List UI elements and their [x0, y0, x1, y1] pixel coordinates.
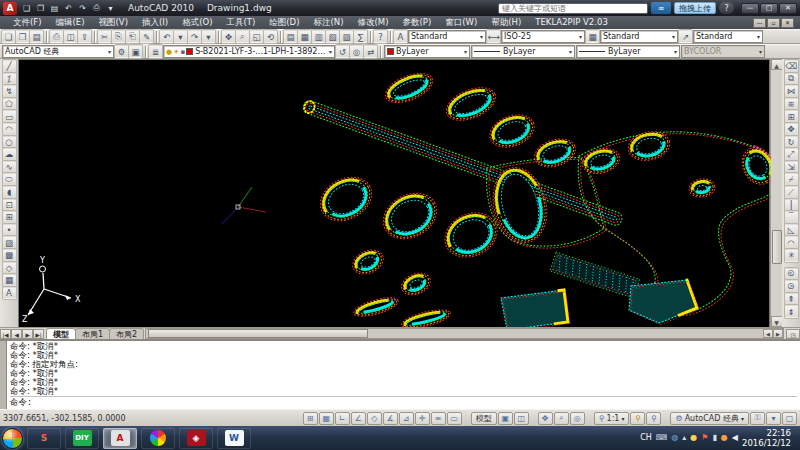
- cad-drawing[interactable]: YXZ: [19, 60, 771, 328]
- workspace-switcher-button[interactable]: ⚙ AutoCAD 经典 ▾: [670, 412, 749, 425]
- scroll-down-icon[interactable]: ▼: [771, 316, 783, 327]
- quickview-drawings-icon[interactable]: ◫: [514, 412, 529, 425]
- zoom-realtime-icon[interactable]: ⌕: [236, 30, 249, 43]
- xline-icon[interactable]: ⁒: [3, 73, 16, 86]
- otrack-toggle[interactable]: ∡: [383, 412, 398, 425]
- qnew-icon[interactable]: ❏: [2, 30, 15, 43]
- tray-lang-indicator[interactable]: CH: [640, 434, 652, 442]
- tray-help-icon[interactable]: ◍: [671, 434, 678, 442]
- menu-item-4[interactable]: 格式(O): [175, 17, 219, 29]
- scroll-up-icon[interactable]: ▲: [771, 59, 783, 70]
- chamfer-icon[interactable]: ◺: [785, 224, 798, 237]
- autocad-logo-icon[interactable]: A: [3, 2, 17, 15]
- tab-布局2[interactable]: 布局2: [109, 328, 144, 339]
- polyline-icon[interactable]: ↯: [3, 85, 16, 98]
- polygon-icon[interactable]: ⬠: [3, 98, 16, 111]
- mleader-style-dropdown[interactable]: Standard: [693, 30, 763, 43]
- open-icon[interactable]: ❐: [34, 2, 47, 14]
- undo-caret-icon[interactable]: ▾: [174, 30, 187, 43]
- zoom-previous-icon[interactable]: ⟲: [264, 30, 277, 43]
- doc-minimize-button[interactable]: —: [753, 18, 766, 28]
- ellipse-icon[interactable]: ⬭: [3, 173, 16, 186]
- publish-icon[interactable]: ⇪: [78, 30, 91, 43]
- lwt-toggle[interactable]: ≡: [431, 412, 446, 425]
- annotation-corner-icon[interactable]: ◳: [786, 329, 800, 339]
- taskbar-app-ivms[interactable]: ◈: [179, 428, 213, 449]
- taskbar-app-autocad[interactable]: A: [103, 428, 137, 449]
- trim-icon[interactable]: ⌿: [785, 173, 798, 186]
- menu-item-6[interactable]: 绘图(D): [262, 17, 306, 29]
- copy-clip-icon[interactable]: ⎘: [112, 30, 125, 43]
- tab-prev-icon[interactable]: ◀: [11, 329, 22, 339]
- tab-last-icon[interactable]: ▶|: [33, 329, 44, 339]
- draworder-back-icon[interactable]: ⧁: [785, 280, 798, 293]
- horizontal-scrollbar[interactable]: ◀ ▶: [145, 328, 784, 339]
- text-style-icon[interactable]: A: [394, 30, 407, 43]
- arc-icon[interactable]: ◠: [3, 123, 16, 136]
- taskbar-app-word[interactable]: W: [217, 428, 251, 449]
- zoom-icon[interactable]: ⌕: [554, 412, 569, 425]
- annotation-autoscale-icon[interactable]: ⚲: [646, 412, 661, 425]
- menu-item-12[interactable]: TEKLA2PIP V2.03: [528, 17, 615, 29]
- scroll-right-icon[interactable]: ▶: [773, 329, 783, 338]
- move-icon[interactable]: ✥: [785, 123, 798, 136]
- draworder-under-icon[interactable]: ⇟: [785, 305, 798, 318]
- taskbar-app-diy[interactable]: DIY: [65, 428, 99, 449]
- menu-item-5[interactable]: 工具(T): [219, 17, 262, 29]
- menu-item-9[interactable]: 参数(P): [395, 17, 438, 29]
- menu-item-11[interactable]: 帮助(H): [484, 17, 528, 29]
- ducs-toggle[interactable]: ⊿: [399, 412, 414, 425]
- break-point-icon[interactable]: ⎮: [785, 199, 798, 212]
- vertical-scroll-thumb[interactable]: [772, 230, 782, 264]
- pan-icon[interactable]: ✥: [222, 30, 235, 43]
- close-button[interactable]: ✕: [779, 3, 797, 14]
- vertical-scrollbar[interactable]: ▲ ▼: [770, 59, 782, 327]
- coordinates-readout[interactable]: 3307.6651, -302.1585, 0.0000: [3, 414, 153, 423]
- plot-icon[interactable]: ⎙: [90, 2, 103, 14]
- taskbar-app-manager[interactable]: S: [27, 428, 61, 449]
- command-line-window[interactable]: 命令: *取消*命令: *取消*命令: 指定对角点:命令: *取消*命令: *取…: [0, 339, 800, 409]
- help-button[interactable]: ?: [719, 2, 734, 14]
- menu-item-0[interactable]: 文件(F): [6, 17, 49, 29]
- mirror-icon[interactable]: ⋈: [785, 85, 798, 98]
- draworder-front-icon[interactable]: ⧀: [785, 268, 798, 281]
- color-dropdown[interactable]: ByLayer: [384, 45, 470, 58]
- linetype-dropdown[interactable]: ByLayer: [471, 45, 575, 58]
- osnap-toggle[interactable]: ◇: [367, 412, 382, 425]
- model-space-button[interactable]: 模型: [471, 412, 497, 425]
- hatch-icon[interactable]: ▨: [3, 236, 16, 249]
- layer-previous-icon[interactable]: ↺: [336, 45, 349, 58]
- undo-icon[interactable]: ↶: [62, 2, 75, 14]
- doc-close-button[interactable]: ✕: [781, 18, 794, 28]
- start-button[interactable]: [2, 428, 23, 449]
- properties-icon[interactable]: ▤: [284, 30, 297, 43]
- undo-icon[interactable]: ↶: [160, 30, 173, 43]
- make-block-icon[interactable]: ⊞: [3, 211, 16, 224]
- circle-icon[interactable]: ○: [3, 136, 16, 149]
- zoom-window-icon[interactable]: ◱: [250, 30, 263, 43]
- rectangle-icon[interactable]: ▭: [3, 110, 16, 123]
- drawing-canvas[interactable]: YXZ: [18, 59, 770, 327]
- draworder-above-icon[interactable]: ⇞: [785, 293, 798, 306]
- sheetset-manager-icon[interactable]: ▧: [326, 30, 339, 43]
- designcenter-icon[interactable]: ▦: [298, 30, 311, 43]
- tray-app-yellow-icon[interactable]: ●: [690, 434, 697, 442]
- save-icon[interactable]: ▤: [48, 2, 61, 14]
- communication-center-icon[interactable]: ∞: [651, 2, 671, 14]
- steeringwheel-icon[interactable]: ◎: [570, 412, 585, 425]
- scale-icon[interactable]: ⤢: [785, 148, 798, 161]
- tray-battery-icon[interactable]: ▮: [712, 434, 716, 442]
- plot-preview-icon[interactable]: ◫: [64, 30, 77, 43]
- fillet-icon[interactable]: ◠: [785, 236, 798, 249]
- menu-item-10[interactable]: 窗口(W): [438, 17, 484, 29]
- menu-item-3[interactable]: 插入(I): [135, 17, 175, 29]
- redo-icon[interactable]: ↷: [76, 2, 89, 14]
- quickcalc-icon[interactable]: ∑: [354, 30, 367, 43]
- polar-toggle[interactable]: ∠: [351, 412, 366, 425]
- layer-states-icon[interactable]: ◎: [350, 45, 363, 58]
- text-style-dropdown[interactable]: Standard: [408, 30, 486, 43]
- layer-dropdown[interactable]: ● ☀ ▪ S-B2021-LYF-3-...1-LPH-1-389242: [163, 45, 335, 58]
- tray-volume-icon[interactable]: ◀: [732, 434, 738, 442]
- tray-keyboard-icon[interactable]: ⌨: [656, 434, 668, 442]
- search-input[interactable]: [498, 3, 648, 14]
